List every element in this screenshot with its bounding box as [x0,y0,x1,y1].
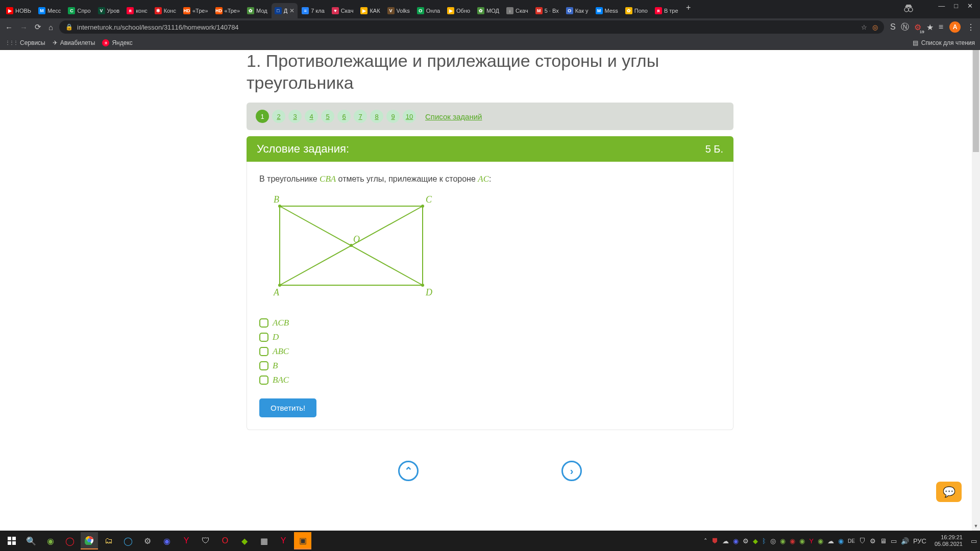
forward-button[interactable]: → [20,23,28,32]
nav-up-button[interactable]: ⌃ [398,461,419,481]
window-maximize-button[interactable]: □ [954,2,958,10]
task-number-button[interactable]: 8 [370,110,383,123]
browser-menu-button[interactable]: ⋮ [967,22,975,32]
tab-close-icon[interactable]: ✕ [289,7,295,14]
tray-icon-green2[interactable]: ◉ [799,537,805,545]
option-checkbox[interactable] [259,375,268,385]
tray-icon-red[interactable]: ◉ [790,537,795,545]
star-bookmark-icon[interactable]: ☆ [861,23,867,31]
taskbar-app-sublime[interactable]: ▣ [294,532,311,549]
answer-button[interactable]: Ответить! [259,398,316,417]
taskbar-app-utorrent[interactable]: ◉ [42,532,59,549]
browser-tab[interactable]: ↓Скач [503,3,531,18]
url-field[interactable]: 🔒 interneturok.ru/school/lesson/31116/ho… [59,20,884,34]
tray-icon-steam2[interactable]: ⚙ [870,537,876,545]
task-number-button[interactable]: 7 [354,110,367,123]
task-number-button[interactable]: 5 [321,110,334,123]
answer-option[interactable]: ABC [259,346,721,357]
tray-icon-blue[interactable]: ◉ [838,537,844,545]
profile-avatar[interactable]: А [949,21,961,33]
taskbar-app-chrome[interactable] [81,532,98,549]
browser-tab[interactable]: яконс [124,3,151,18]
tray-icon-green1[interactable]: ◉ [780,537,786,545]
browser-tab[interactable]: ✿МОД [474,3,502,18]
taskbar-app-yandex[interactable]: Y [178,532,195,549]
tray-icon-bt[interactable]: ᛒ [762,537,766,545]
browser-tab[interactable]: ♥Скач [329,3,357,18]
browser-tab[interactable]: ≡7 кла [299,3,328,18]
task-number-button[interactable]: 1 [256,110,269,123]
browser-tab[interactable]: M5 · Вх [532,3,562,18]
taskbar-app-explorer[interactable]: 🗂 [100,532,117,549]
browser-tab[interactable]: □Д✕ [272,3,298,18]
task-list-link[interactable]: Список заданий [425,112,482,121]
browser-tab[interactable]: ✿Попо [622,3,651,18]
tray-icon-security[interactable]: ⛉ [859,537,866,545]
extension-icon[interactable]: ★ [926,22,934,32]
avia-bookmark[interactable]: ✈ Авиабилеты [53,39,95,46]
extension-icon[interactable]: ≡ [939,22,943,32]
taskbar-clock[interactable]: 16:29:21 05.08.2021 [930,534,967,547]
taskbar-search-button[interactable]: 🔍 [22,532,40,549]
taskbar-app-nvidia[interactable]: ◆ [236,532,253,549]
tray-icon-torrent[interactable]: ◉ [818,537,823,545]
taskbar-app-opera-gx[interactable]: ◯ [61,532,79,549]
browser-tab[interactable]: ССпро [65,3,93,18]
apps-bookmark[interactable]: ⋮⋮⋮ Сервисы [5,39,45,46]
task-number-button[interactable]: 9 [386,110,400,123]
browser-tab[interactable]: ✿Мод [244,3,271,18]
tray-icon-DE[interactable]: DE [848,538,855,544]
tray-icon-nvidia[interactable]: ◆ [753,537,758,545]
browser-tab[interactable]: MМесс [35,3,64,18]
browser-tab[interactable]: HD«Тре» [212,3,243,18]
task-number-button[interactable]: 3 [288,110,302,123]
taskbar-app-cortana[interactable]: ◯ [119,532,137,549]
extension-icon[interactable]: S [890,22,896,32]
option-checkbox[interactable] [259,347,268,356]
start-button[interactable] [3,532,20,549]
yandex-bookmark[interactable]: я Яндекс [102,39,132,46]
browser-tab[interactable]: яВ тре [652,3,681,18]
option-checkbox[interactable] [259,318,268,328]
option-checkbox[interactable] [259,361,268,370]
back-button[interactable]: ← [5,23,13,32]
scroll-thumb[interactable] [973,50,979,152]
browser-tab[interactable]: ▶НОВЬ [3,3,34,18]
tray-icon-cloud[interactable]: ☁ [722,537,729,545]
chat-fab-button[interactable]: 💬 [936,482,962,502]
taskbar-app-yandex2[interactable]: Y [275,532,292,549]
window-close-button[interactable]: ✕ [967,2,973,10]
tray-icon-steam[interactable]: ⚙ [743,537,749,545]
task-number-button[interactable]: 2 [272,110,285,123]
browser-tab[interactable]: MMess [593,3,621,18]
taskbar-app-opera[interactable]: O [216,532,234,549]
notifications-button[interactable]: ▭ [971,537,977,545]
option-checkbox[interactable] [259,333,268,342]
window-minimize-button[interactable]: — [938,2,945,10]
answer-option[interactable]: D [259,332,721,342]
reading-list-button[interactable]: ▤ Список для чтения [913,39,975,46]
browser-tab[interactable]: HD«Тре» [180,3,211,18]
task-number-button[interactable]: 10 [403,110,416,123]
tray-icon-shield[interactable]: ⛊ [712,537,718,545]
extension-icon[interactable]: ⚙19 [914,22,921,32]
extension-icon[interactable]: Ⓝ [901,22,909,33]
browser-tab[interactable]: ▶КАК [357,3,383,18]
task-number-button[interactable]: 4 [305,110,318,123]
taskbar-app-steam[interactable]: ⚙ [139,532,156,549]
new-tab-button[interactable]: + [682,0,695,18]
tray-icon-cloud2[interactable]: ☁ [827,537,834,545]
tray-icon-discord[interactable]: ◉ [733,537,739,545]
tray-icon-monitor[interactable]: 🖥 [880,537,887,545]
vertical-scrollbar[interactable]: ▲ ▼ [972,50,980,531]
taskbar-app-calc[interactable]: ▦ [255,532,273,549]
answer-option[interactable]: ACB [259,318,721,328]
browser-tab[interactable]: VУров [95,3,123,18]
browser-tab[interactable]: ▶Обно [444,3,473,18]
tray-icon-sound2[interactable]: ◎ [770,537,776,545]
scroll-down-arrow[interactable]: ▼ [972,523,980,531]
browser-tab[interactable]: ООнла [414,3,443,18]
answer-option[interactable]: BAC [259,375,721,385]
browser-tab[interactable]: VVolks [384,3,413,18]
browser-tab[interactable]: ✱Конс [152,3,179,18]
